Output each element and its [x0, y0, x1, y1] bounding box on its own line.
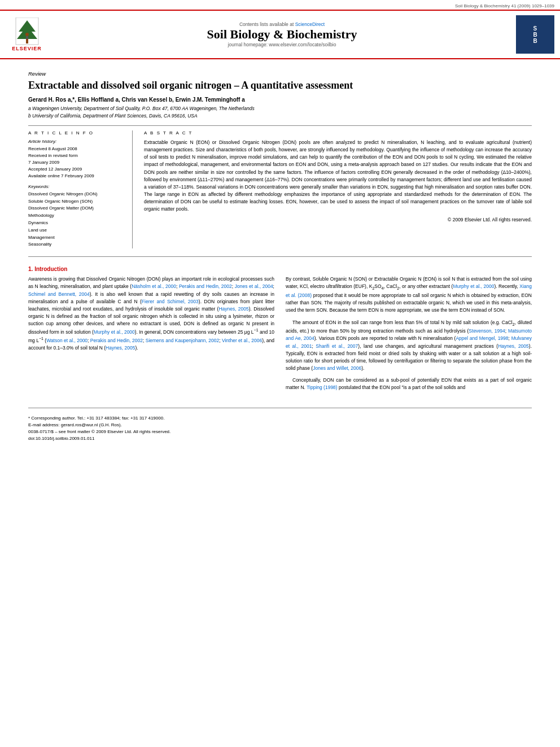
keyword-2: Soluble Organic Nitrogen (SON) [28, 198, 125, 206]
history-item-3: 7 January 2009 [28, 159, 125, 166]
elsevier-logo-left: ELSEVIER [6, 18, 48, 51]
sbb-logo-box: SBB [516, 15, 554, 54]
ref-schimel[interactable]: Schimel and Bennett, 2004 [28, 291, 90, 297]
journal-title: Soil Biology & Biochemistry [48, 27, 516, 42]
authors-line: Gerard H. Ros a,*, Ellis Hoffland a, Chr… [28, 97, 532, 103]
footer-note-1: * Corresponding author. Tel.: +31 317 48… [28, 415, 532, 422]
intro-col1-para1: Awareness is growing that Dissolved Orga… [28, 276, 274, 352]
journal-header: ELSEVIER Contents lists available at Sci… [0, 11, 560, 58]
intro-col2-para3: Conceptually, DON can be considered as a… [286, 377, 532, 391]
article-info-header: A R T I C L E I N F O [28, 130, 125, 136]
keyword-7: Management [28, 234, 125, 242]
footer-note-4: doi:10.1016/j.soilbio.2009.01.011 [28, 435, 532, 442]
keyword-1: Dissolved Organic Nitrogen (DON) [28, 191, 125, 198]
main-content-area: Review Extractable and dissolved soil or… [0, 59, 560, 408]
affiliations: a Wageningen University, Department of S… [28, 105, 532, 120]
sciencedirect-link[interactable]: ScienceDirect [295, 21, 325, 27]
intro-body-columns: Awareness is growing that Dissolved Orga… [28, 276, 532, 396]
footer-divider [28, 408, 532, 415]
ref-appel[interactable]: Appel and Mengel, 1998 [456, 335, 508, 341]
elsevier-wordmark: ELSEVIER [12, 46, 42, 51]
ref-murphy[interactable]: Murphy et al., 2000 [94, 329, 135, 335]
abstract-copyright: © 2009 Elsevier Ltd. All rights reserved… [144, 217, 532, 222]
ref-haynes3[interactable]: Haynes, 2005 [498, 343, 529, 349]
ref-haynes-2[interactable]: Haynes, 2005 [106, 345, 135, 351]
intro-col-right: By contrast, Soluble Organic N (SON) or … [286, 276, 532, 396]
ref-perakis2[interactable]: Perakis and Hedin, 2002 [90, 338, 143, 343]
ref-jones[interactable]: Jones et al., 2004 [235, 283, 273, 289]
ref-haynes-1[interactable]: Haynes, 2005 [218, 306, 248, 312]
contents-available-text: Contents lists available at ScienceDirec… [48, 21, 516, 27]
ref-siemens[interactable]: Siemens and Kaupenjohann, 2002 [146, 338, 219, 343]
ref-xiang[interactable]: Xiang et al. (2008) [286, 283, 532, 298]
elsevier-tree-svg [10, 18, 44, 46]
footer-note-3: 0038-0717/$ – see front matter © 2009 El… [28, 429, 532, 435]
journal-header-center: Contents lists available at ScienceDirec… [48, 21, 516, 47]
ref-nasholm[interactable]: Näsholm et al., 2000 [132, 283, 176, 289]
intro-section-title: 1. Introduction [28, 266, 532, 272]
article-info-col: A R T I C L E I N F O Article history: R… [28, 130, 133, 248]
footer-notes: * Corresponding author. Tel.: +31 317 48… [0, 415, 560, 442]
sbb-logo-right: SBB [516, 15, 554, 54]
keyword-6: Land use [28, 227, 125, 234]
affiliation-b: b University of California, Department o… [28, 112, 532, 120]
ref-watson[interactable]: Watson et al., 2000 [46, 338, 88, 343]
keyword-4: Methodology [28, 212, 125, 220]
history-item-1: Received 8 August 2008 [28, 146, 125, 152]
ref-stevenson[interactable]: Stevenson, 1994 [469, 328, 505, 334]
keywords-label: Keywords: [28, 184, 125, 189]
article-type-label: Review [28, 71, 532, 77]
article-info-abstract: A R T I C L E I N F O Article history: R… [28, 130, 532, 248]
intro-col-left: Awareness is growing that Dissolved Orga… [28, 276, 274, 396]
abstract-col: A B S T R A C T Extractable Organic N (E… [144, 130, 532, 248]
footer-note-2: E-mail address: gerard.ros@wur.nl (G.H. … [28, 422, 532, 429]
abstract-text: Extractable Organic N (EON) or Dissolved… [144, 139, 532, 213]
ref-jones-willet[interactable]: Jones and Willet, 2006 [313, 365, 361, 371]
journal-reference-bar: Soil Biology & Biochemistry 41 (2009) 10… [0, 0, 560, 10]
introduction-section: 1. Introduction Awareness is growing tha… [28, 266, 532, 396]
divider-2 [28, 256, 532, 257]
divider-1 [28, 125, 532, 126]
affiliation-a: a Wageningen University, Department of S… [28, 105, 532, 112]
keyword-3: Dissolved Organic Matter (DOM) [28, 205, 125, 212]
ref-fierer[interactable]: Fierer and Schimel, 2003 [142, 299, 199, 304]
author-names: Gerard H. Ros a,*, Ellis Hoffland a, Chr… [28, 97, 245, 103]
ref-tipping[interactable]: Tipping (1998) [307, 385, 338, 390]
paper-title: Extractable and dissolved soil organic n… [28, 79, 532, 92]
history-item-2: Received in revised form [28, 152, 125, 159]
journal-ref-text: Soil Biology & Biochemistry 41 (2009) 10… [0, 0, 560, 10]
svg-point-3 [25, 33, 29, 36]
ref-vinther[interactable]: Vinther et al., 2006 [222, 338, 262, 343]
ref-perakis-hedin[interactable]: Perakis and Hedin, 2002 [179, 283, 232, 289]
svg-rect-1 [26, 39, 28, 43]
intro-col2-para1: By contrast, Soluble Organic N (SON) or … [286, 276, 532, 314]
history-item-5: Available online 7 February 2009 [28, 173, 125, 180]
keyword-5: Dynamics [28, 220, 125, 227]
intro-col2-para2: The amount of EON in the soil can range … [286, 319, 532, 373]
ref-murphy2[interactable]: Murphy et al., 2000 [453, 283, 494, 289]
keyword-8: Seasonality [28, 241, 125, 248]
journal-homepage: journal homepage: www.elsevier.com/locat… [48, 42, 516, 47]
svg-rect-4 [26, 36, 28, 39]
ref-sharifi[interactable]: Sharifi et al., 2007 [316, 343, 358, 349]
abstract-header: A B S T R A C T [144, 130, 532, 136]
history-label: Article history: [28, 139, 125, 144]
history-item-4: Accepted 12 January 2009 [28, 166, 125, 173]
